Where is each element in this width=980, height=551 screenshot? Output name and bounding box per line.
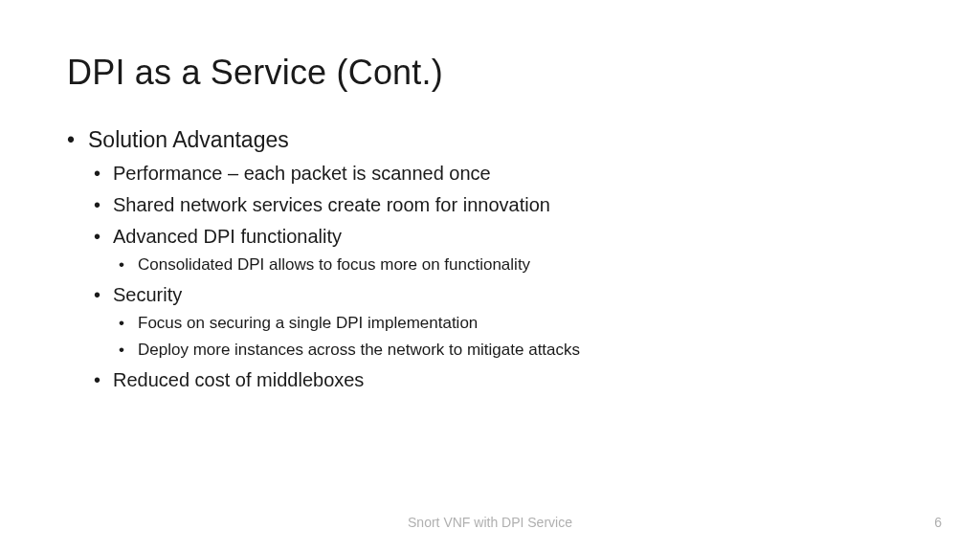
list-item-label: Deploy more instances across the network… <box>138 341 580 359</box>
list-item: Solution Advantages Performance – each p… <box>67 125 913 393</box>
list-item: Security Focus on securing a single DPI … <box>88 282 913 362</box>
slide: DPI as a Service (Cont.) Solution Advant… <box>0 0 980 551</box>
slide-title: DPI as a Service (Cont.) <box>67 53 913 93</box>
bullet-list-level3: Consolidated DPI allows to focus more on… <box>113 254 913 276</box>
page-number: 6 <box>934 515 942 530</box>
list-item: Focus on securing a single DPI implement… <box>113 313 913 335</box>
list-item-label: Consolidated DPI allows to focus more on… <box>138 255 530 274</box>
list-item-label: Security <box>113 284 182 305</box>
list-item-label: Performance – each packet is scanned onc… <box>113 163 491 184</box>
list-item: Consolidated DPI allows to focus more on… <box>113 254 913 276</box>
list-item-label: Shared network services create room for … <box>113 194 550 215</box>
list-item: Deploy more instances across the network… <box>113 340 913 362</box>
list-item: Performance – each packet is scanned onc… <box>88 161 913 187</box>
list-item: Reduced cost of middleboxes <box>88 367 913 393</box>
bullet-list-level2: Performance – each packet is scanned onc… <box>88 161 913 393</box>
bullet-list-level3: Focus on securing a single DPI implement… <box>113 313 913 362</box>
footer-text: Snort VNF with DPI Service <box>0 515 980 530</box>
list-item: Shared network services create room for … <box>88 192 913 218</box>
list-item-label: Focus on securing a single DPI implement… <box>138 314 478 332</box>
bullet-list-level1: Solution Advantages Performance – each p… <box>67 125 913 393</box>
list-item-label: Reduced cost of middleboxes <box>113 369 364 390</box>
list-item: Advanced DPI functionality Consolidated … <box>88 224 913 276</box>
list-item-label: Advanced DPI functionality <box>113 226 342 247</box>
list-item-label: Solution Advantages <box>88 127 289 152</box>
